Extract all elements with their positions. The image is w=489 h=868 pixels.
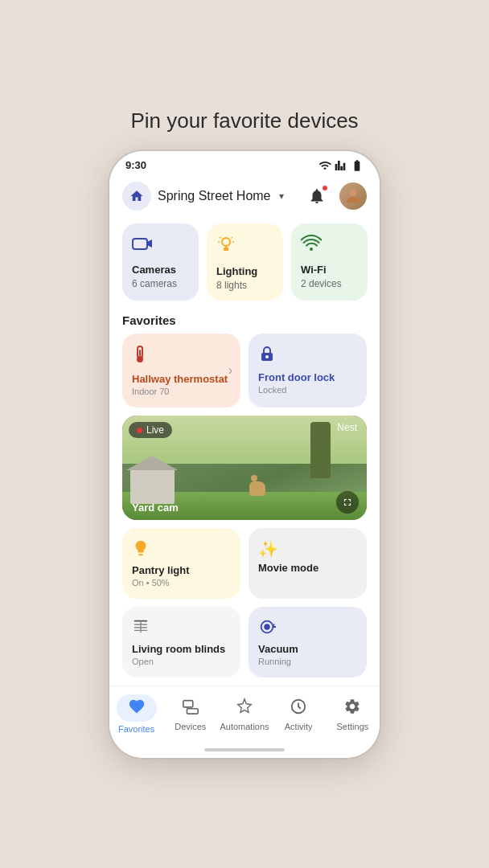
vacuum-icon — [258, 618, 357, 640]
pantry-name: Pantry light — [132, 564, 231, 576]
svg-rect-26 — [187, 708, 198, 713]
pantry-status: On • 50% — [132, 578, 231, 588]
camera-live-badge: Live — [129, 422, 172, 438]
movie-icon: ✨ — [258, 539, 357, 559]
blinds-name: Living room blinds — [132, 643, 231, 655]
camera-house — [130, 468, 175, 504]
camera-icon — [132, 235, 189, 257]
cameras-count: 6 cameras — [132, 278, 189, 289]
svg-rect-16 — [134, 620, 148, 622]
devices-nav-icon — [182, 698, 199, 719]
battery-status-icon — [351, 159, 364, 172]
status-icons — [318, 159, 364, 172]
avatar-icon — [343, 186, 363, 206]
settings-nav-icon — [343, 698, 361, 719]
camera-expand-button[interactable] — [336, 491, 359, 514]
doorlock-icon — [258, 345, 357, 366]
automations-nav-icon — [236, 698, 253, 719]
camera-tree — [310, 422, 331, 478]
blinds-status: Open — [132, 657, 231, 666]
signal-status-icon — [335, 159, 347, 172]
home-name: Spring Street Home — [158, 189, 271, 203]
camera-rec-dot — [137, 428, 142, 433]
action-row-1: Pantry light On • 50% ✨ Movie mode — [109, 528, 380, 607]
home-icon — [122, 182, 151, 211]
vacuum-status: Running — [258, 657, 357, 666]
expand-icon — [342, 497, 353, 508]
home-indicator — [109, 745, 380, 758]
lighting-label: Lighting — [216, 265, 273, 278]
camera-live-text: Live — [146, 424, 164, 436]
svg-line-9 — [220, 237, 221, 239]
nav-devices-label: Devices — [175, 722, 206, 731]
nav-favorites-bg — [117, 694, 157, 722]
vacuum-name: Vacuum — [258, 643, 357, 655]
house-icon — [129, 189, 144, 203]
notifications-button[interactable] — [302, 182, 331, 211]
svg-line-10 — [232, 237, 233, 239]
lighting-svg-icon — [216, 235, 236, 254]
svg-rect-12 — [139, 350, 141, 356]
blinds-card[interactable]: Living room blinds Open — [122, 607, 240, 678]
nav-activity[interactable]: Activity — [272, 698, 326, 731]
pantry-light-card[interactable]: Pantry light On • 50% — [122, 528, 240, 599]
cameras-label: Cameras — [132, 264, 189, 276]
lock-svg-icon — [258, 345, 276, 362]
vacuum-svg-icon — [258, 618, 276, 636]
avatar[interactable] — [339, 182, 367, 210]
nav-devices[interactable]: Devices — [163, 698, 217, 731]
wifi-card-icon — [301, 235, 358, 257]
wifi-svg-icon — [301, 235, 322, 252]
nav-favorites-label: Favorites — [118, 724, 154, 734]
notification-badge — [322, 185, 328, 191]
blinds-svg-icon — [132, 618, 150, 636]
nav-settings[interactable]: Settings — [326, 698, 380, 731]
activity-nav-icon — [290, 698, 307, 719]
wifi-count: 2 devices — [301, 278, 358, 289]
svg-point-13 — [137, 356, 143, 362]
doorlock-card[interactable]: Front door lock Locked — [249, 334, 367, 408]
vacuum-card[interactable]: Vacuum Running — [249, 607, 367, 678]
camera-brand: Nest — [337, 422, 357, 433]
lighting-icon — [216, 235, 273, 259]
chevron-down-icon: ▾ — [279, 190, 284, 202]
nav-automations-label: Automations — [220, 722, 269, 731]
page-title: Pin your favorite devices — [130, 108, 358, 133]
svg-point-22 — [264, 624, 269, 629]
favorites-label: Favorites — [109, 310, 380, 334]
blinds-icon — [132, 618, 231, 640]
cameras-card[interactable]: Cameras 6 cameras — [122, 223, 199, 301]
wifi-status-icon — [318, 159, 331, 172]
header-actions — [302, 182, 367, 211]
camera-label: Yard cam — [132, 502, 179, 514]
nav-automations[interactable]: Automations — [217, 698, 271, 731]
devices-svg-icon — [182, 698, 199, 715]
status-time: 9:30 — [125, 159, 146, 171]
nav-favorites[interactable]: Favorites — [109, 694, 163, 734]
home-indicator-bar — [204, 748, 285, 751]
thermostat-svg-icon — [132, 345, 148, 364]
settings-svg-icon — [343, 698, 361, 715]
bottom-nav: Favorites Devices Automations — [109, 686, 380, 745]
svg-rect-1 — [133, 239, 147, 249]
nav-settings-label: Settings — [337, 722, 369, 731]
camera-svg-icon — [132, 235, 153, 252]
svg-point-15 — [265, 355, 269, 358]
svg-point-0 — [350, 190, 356, 196]
lighting-count: 8 lights — [216, 280, 273, 291]
camera-feed[interactable]: Live Nest Yard cam — [122, 416, 367, 520]
movie-mode-card[interactable]: ✨ Movie mode — [249, 528, 367, 599]
doorlock-name: Front door lock — [258, 371, 357, 384]
thermostat-icon — [132, 345, 231, 368]
camera-dog — [249, 481, 265, 496]
wifi-label: Wi-Fi — [301, 264, 358, 276]
lighting-card[interactable]: Lighting 8 lights — [207, 223, 283, 301]
thermostat-name: Hallway thermostat — [132, 373, 231, 386]
svg-rect-25 — [183, 700, 193, 706]
thermostat-card[interactable]: Hallway thermostat Indoor 70 › — [122, 334, 240, 408]
favorites-row: Hallway thermostat Indoor 70 › Front doo… — [109, 334, 380, 416]
movie-name: Movie mode — [258, 562, 357, 574]
activity-svg-icon — [290, 698, 307, 715]
wifi-card[interactable]: Wi-Fi 2 devices — [291, 223, 368, 301]
home-selector[interactable]: Spring Street Home ▾ — [122, 182, 284, 211]
